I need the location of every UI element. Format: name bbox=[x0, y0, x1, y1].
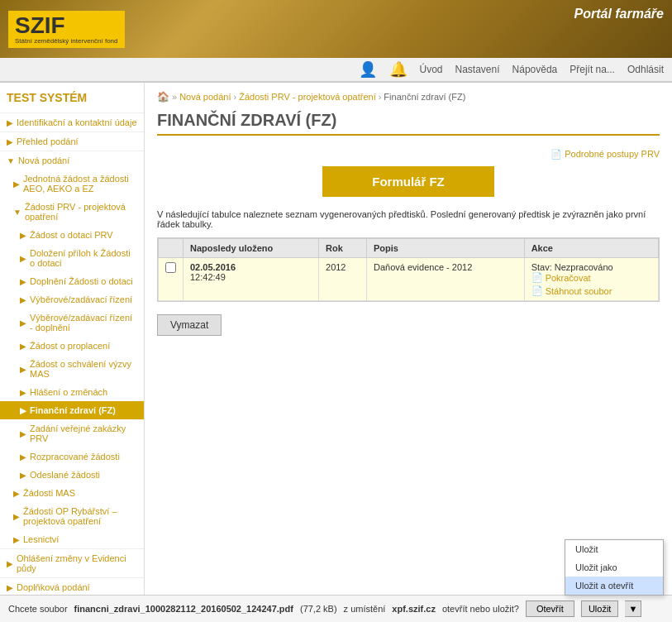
arrow-icon: ▶ bbox=[13, 535, 20, 544]
sidebar-item-prehled[interactable]: ▶ Přehled podání bbox=[0, 132, 144, 151]
arrow-icon: ▼ bbox=[7, 156, 15, 165]
download-text-after: otevřít nebo uložit? bbox=[442, 604, 519, 614]
sidebar-item-zadani-zakazky[interactable]: ▶ Zadání veřejné zakázky PRV bbox=[0, 419, 144, 447]
arrow-icon: ▶ bbox=[20, 388, 26, 397]
sidebar-label: Doplnění Žádosti o dotaci bbox=[30, 276, 133, 286]
podrobne-link-area: 📄 Podrobné postupy PRV bbox=[157, 148, 660, 160]
arrow-icon: ▶ bbox=[20, 318, 26, 328]
sidebar-label: Žádost o schválení výzvy MAS bbox=[30, 359, 137, 379]
sidebar-item-odeslane-zadosti[interactable]: ▶ Odeslané žádosti bbox=[0, 466, 144, 484]
arrow-icon: ▶ bbox=[20, 231, 26, 240]
sidebar-label: Žádost o dotaci PRV bbox=[30, 230, 113, 240]
ulozit-dropdown-button[interactable]: ▼ bbox=[625, 600, 641, 617]
sidebar-item-identifikace[interactable]: ▶ Identifikační a kontaktní údaje bbox=[0, 113, 144, 132]
sidebar-item-vyberove-doplneni[interactable]: ▶ Výběrové/zadávací řízení - doplnění bbox=[0, 309, 144, 337]
table-header-row: Naposledy uloženo Rok Popis Akce bbox=[159, 239, 659, 258]
sidebar-label: Žádosti OP Rybářství – projektová opatře… bbox=[23, 506, 137, 526]
sidebar-label: Nová podání bbox=[18, 156, 69, 165]
page-title: FINANČNÍ ZDRAVÍ (FZ) bbox=[157, 111, 660, 136]
nav-odhlasit[interactable]: Odhlásit bbox=[627, 64, 664, 75]
sidebar-item-zadosti-mas[interactable]: ▶ Žádosti MAS bbox=[0, 484, 144, 502]
arrow-icon: ▶ bbox=[20, 365, 26, 374]
formularz-button[interactable]: Formulář FZ bbox=[322, 166, 494, 197]
pdf-icon: 📄 bbox=[550, 149, 562, 159]
home-icon[interactable]: 🏠 bbox=[157, 91, 169, 103]
formularz-button-area: Formulář FZ bbox=[157, 166, 660, 197]
sidebar-item-dolozeni[interactable]: ▶ Doložení příloh k Žádosti o dotaci bbox=[0, 244, 144, 272]
sidebar-label: Jednotná žádost a žádosti AEO, AEKO a EZ bbox=[23, 174, 137, 194]
otevrit-button[interactable]: Otevřít bbox=[526, 600, 574, 617]
sidebar-item-rozpracovane[interactable]: ▶ Rozpracované žádosti bbox=[0, 447, 144, 466]
row-time-value: 12:42:49 bbox=[190, 272, 226, 282]
arrow-icon: ▶ bbox=[20, 342, 26, 351]
sidebar-item-ohlaseni[interactable]: ▶ Ohlášení změny v Evidenci půdy bbox=[0, 549, 144, 577]
sidebar-item-financni-zdravi[interactable]: ▶ Finanční zdraví (FZ) bbox=[0, 401, 144, 419]
arrow-icon: ▶ bbox=[13, 512, 20, 521]
breadcrumb-current: Finanční zdraví (FZ) bbox=[384, 92, 465, 102]
nav-icon-person: 👤 bbox=[359, 60, 377, 79]
nav-uvod[interactable]: Úvod bbox=[420, 64, 443, 75]
vymazat-button[interactable]: Vymazat bbox=[157, 314, 222, 336]
sidebar-item-hlaseni[interactable]: ▶ Hlášení o změnách bbox=[0, 383, 144, 401]
breadcrumb-sep: › bbox=[234, 92, 237, 102]
nav-icon-bell: 🔔 bbox=[389, 60, 407, 79]
ulozit-button[interactable]: Uložit bbox=[581, 600, 619, 617]
nav-napoveda[interactable]: Nápověda bbox=[512, 64, 558, 75]
download-domain: xpf.szif.cz bbox=[392, 604, 436, 614]
col-rok: Rok bbox=[319, 239, 367, 258]
logo-szif: SZIF bbox=[15, 14, 65, 37]
row-date: 02.05.2016 12:42:49 bbox=[183, 258, 319, 301]
nav-prejit[interactable]: Přejít na... bbox=[570, 64, 615, 75]
sidebar-item-lesnictvi[interactable]: ▶ Lesnictví bbox=[0, 530, 144, 548]
sidebar-section-identifikace: ▶ Identifikační a kontaktní údaje bbox=[0, 113, 144, 132]
sidebar-item-zadosti-prv[interactable]: ▼ Žádosti PRV - projektová opatření bbox=[0, 198, 144, 226]
breadcrumb-nova-podani[interactable]: Nová podání bbox=[179, 92, 231, 102]
sidebar-item-schvaleni[interactable]: ▶ Žádost o schválení výzvy MAS bbox=[0, 355, 144, 383]
dropdown-ulozit[interactable]: Uložit bbox=[565, 540, 663, 558]
breadcrumb: 🏠 » Nová podání › Žádosti PRV - projekto… bbox=[157, 91, 660, 103]
table-row: 02.05.2016 12:42:49 2012 Daňová evidence… bbox=[159, 258, 659, 301]
download-text-before: Chcete soubor bbox=[8, 604, 68, 614]
portal-label: Portál farmáře bbox=[574, 7, 665, 22]
arrow-icon: ▶ bbox=[20, 429, 26, 438]
arrow-icon: ▶ bbox=[13, 179, 20, 189]
dropdown-ulozit-otevrit[interactable]: Uložit a otevřít bbox=[565, 577, 663, 595]
sidebar-item-nova-podani[interactable]: ▼ Nová podání bbox=[0, 151, 144, 170]
sidebar-section-prehled: ▶ Přehled podání bbox=[0, 132, 144, 151]
sidebar-section-nova-podani: ▼ Nová podání ▶ Jednotná žádost a žádost… bbox=[0, 151, 144, 549]
sidebar-label: Doplňková podání bbox=[17, 582, 90, 592]
pdf-icon: 📄 bbox=[531, 285, 543, 296]
arrow-icon: ▶ bbox=[7, 137, 13, 146]
sidebar-item-doplneni[interactable]: ▶ Doplnění Žádosti o dotaci bbox=[0, 272, 144, 290]
sidebar-item-doplnkova[interactable]: ▶ Doplňková podání bbox=[0, 578, 144, 596]
breadcrumb-zadosti-prv[interactable]: Žádosti PRV - projektová opatření bbox=[239, 92, 376, 102]
arrow-icon: ▶ bbox=[20, 295, 26, 304]
breadcrumb-sep: › bbox=[379, 92, 382, 102]
row-checkbox[interactable] bbox=[165, 262, 176, 273]
sidebar-title: TEST SYSTÉM bbox=[0, 83, 144, 113]
download-filesize: (77,2 kB) bbox=[300, 604, 337, 614]
row-checkbox-cell bbox=[159, 258, 183, 301]
pokracovat-link[interactable]: 📄 Pokračovat bbox=[531, 272, 651, 283]
stahnout-link[interactable]: 📄 Stáhnout soubor bbox=[531, 285, 651, 296]
col-popis: Popis bbox=[367, 239, 525, 258]
sidebar-item-jednotna[interactable]: ▶ Jednotná žádost a žádosti AEO, AEKO a … bbox=[0, 170, 144, 198]
sidebar-label: Ohlášení změny v Evidenci půdy bbox=[17, 553, 137, 573]
arrow-icon: ▼ bbox=[13, 208, 21, 217]
sidebar-item-zadost-dotaci[interactable]: ▶ Žádost o dotaci PRV bbox=[0, 226, 144, 244]
sidebar-item-rybarstvi[interactable]: ▶ Žádosti OP Rybářství – projektová opat… bbox=[0, 502, 144, 530]
sidebar-label: Žádosti PRV - projektová opatření bbox=[25, 202, 137, 222]
doc-icon: 📄 bbox=[531, 272, 543, 283]
table-area: Naposledy uloženo Rok Popis Akce 02.05.2… bbox=[157, 237, 660, 302]
sidebar-item-vyberove[interactable]: ▶ Výběrové/zadávací řízení bbox=[0, 290, 144, 309]
arrow-icon: ▶ bbox=[7, 118, 13, 127]
row-stav: Stav: Nezpracováno bbox=[531, 262, 651, 272]
sidebar-item-proplaceni[interactable]: ▶ Žádost o proplacení bbox=[0, 337, 144, 355]
download-filename: financni_zdravi_1000282112_20160502_1242… bbox=[74, 604, 293, 614]
sidebar-label: Přehled podání bbox=[17, 136, 79, 146]
dropdown-ulozit-jako[interactable]: Uložit jako bbox=[565, 558, 663, 577]
podrobne-postupy-link[interactable]: 📄 Podrobné postupy PRV bbox=[550, 149, 660, 159]
arrow-icon: ▶ bbox=[20, 406, 26, 415]
nav-nastaveni[interactable]: Nastavení bbox=[455, 64, 500, 75]
sidebar-label: Hlášení o změnách bbox=[30, 387, 107, 397]
